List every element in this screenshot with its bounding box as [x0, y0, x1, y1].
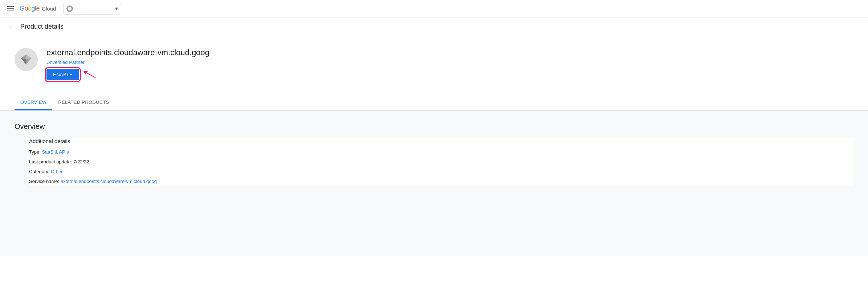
- logo-text: Google: [20, 5, 40, 12]
- category-link[interactable]: Other: [51, 169, 63, 174]
- project-selector[interactable]: ········ ▾: [63, 3, 121, 15]
- enable-button[interactable]: ENABLE: [46, 69, 79, 80]
- top-nav: Google Cloud ········ ▾: [0, 0, 868, 17]
- chevron-down-icon: ▾: [115, 5, 118, 12]
- main-content: Overview Additional details Type: SaaS &…: [0, 111, 868, 256]
- svg-line-5: [85, 72, 95, 78]
- breadcrumb-bar: ← Product details: [0, 17, 868, 36]
- svg-point-0: [68, 7, 72, 11]
- service-name-link[interactable]: external.endpoints.cloudaware-vm.cloud.g…: [61, 179, 157, 184]
- detail-type: Type: SaaS & APIs: [29, 148, 853, 156]
- tabs-row: OVERVIEW RELATED PRODUCTS: [15, 95, 853, 110]
- tab-related-products[interactable]: RELATED PRODUCTS: [52, 95, 115, 110]
- additional-details-card: Additional details Type: SaaS & APIs Las…: [29, 138, 853, 185]
- product-name: external.endpoints.cloudaware-vm.cloud.g…: [46, 48, 209, 57]
- enable-button-area: ENABLE: [46, 69, 209, 81]
- product-info-row: external.endpoints.cloudaware-vm.cloud.g…: [15, 48, 853, 86]
- unverified-partner-link[interactable]: Unverified Partner: [46, 60, 209, 65]
- product-header: external.endpoints.cloudaware-vm.cloud.g…: [0, 36, 868, 111]
- tab-overview[interactable]: OVERVIEW: [15, 95, 52, 110]
- back-button[interactable]: ←: [9, 23, 16, 31]
- logo-cloud-text: Cloud: [42, 5, 56, 12]
- product-logo: [15, 48, 38, 71]
- detail-category: Category: Other: [29, 168, 853, 176]
- detail-last-update: Last product update: 7/22/22: [29, 158, 853, 166]
- detail-service-name: Service name: external.endpoints.cloudaw…: [29, 178, 853, 186]
- page-title: Product details: [20, 23, 64, 30]
- product-text: external.endpoints.cloudaware-vm.cloud.g…: [46, 48, 209, 86]
- project-selector-text: ········: [75, 6, 113, 11]
- type-link[interactable]: SaaS & APIs: [42, 149, 69, 155]
- google-cloud-logo[interactable]: Google Cloud: [20, 5, 56, 12]
- arrow-annotation: [82, 69, 97, 81]
- project-icon: [66, 5, 73, 12]
- hamburger-menu[interactable]: [6, 5, 15, 13]
- product-logo-icon: [20, 53, 33, 66]
- annotation-arrow-icon: [82, 69, 97, 80]
- additional-details-title: Additional details: [29, 138, 853, 144]
- overview-heading: Overview: [15, 122, 853, 131]
